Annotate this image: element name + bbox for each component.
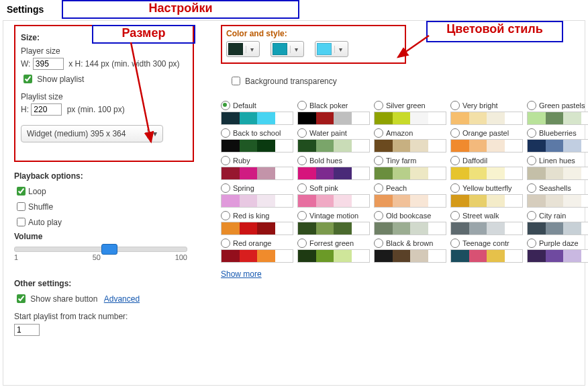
- palette-radio[interactable]: [527, 101, 536, 110]
- palette-item[interactable]: Soft pink: [297, 182, 370, 208]
- palette-radio[interactable]: [374, 211, 383, 220]
- palette-radio[interactable]: [450, 239, 460, 248]
- palette-radio[interactable]: [297, 239, 307, 248]
- color-style-heading: Color and style:: [226, 29, 401, 38]
- palette-item[interactable]: Amazon: [374, 127, 446, 153]
- shuffle-label: Shuffle: [28, 202, 53, 212]
- share-button-checkbox[interactable]: [17, 294, 26, 303]
- palette-radio[interactable]: [527, 128, 536, 138]
- palette-radio[interactable]: [374, 239, 383, 248]
- bg-transparency-checkbox[interactable]: [232, 77, 240, 85]
- palette-item[interactable]: Red is king: [221, 210, 293, 235]
- palette-item[interactable]: Yellow butterfly: [450, 182, 523, 208]
- palette-item[interactable]: Orange pastel: [450, 127, 523, 153]
- chevron-down-icon: ▾: [290, 46, 302, 53]
- palette-item[interactable]: Peach: [374, 182, 446, 208]
- palette-item[interactable]: Spring: [221, 182, 293, 208]
- palette-radio[interactable]: [297, 183, 307, 193]
- palette-item[interactable]: Tiny farm: [374, 155, 446, 180]
- size-preset-select[interactable]: Widget (medium) 395 x 364 ▾: [21, 125, 163, 142]
- color-swatch-1[interactable]: ▾: [271, 41, 304, 57]
- color-swatch-0[interactable]: ▾: [226, 41, 260, 57]
- palette-item[interactable]: Black & brown: [374, 237, 446, 263]
- palette-item[interactable]: Forrest green: [297, 237, 370, 263]
- size-section-box: Размер Size: Player size W: x H: 144 px …: [14, 25, 194, 162]
- palette-color-strip: [297, 139, 370, 153]
- palette-item[interactable]: Back to school: [221, 127, 293, 153]
- settings-tab[interactable]: Settings: [3, 3, 48, 16]
- palette-label: Very bright: [462, 101, 498, 110]
- palette-color-strip: [297, 112, 370, 125]
- palette-item[interactable]: Ruby: [221, 155, 293, 180]
- start-track-input[interactable]: [14, 324, 40, 336]
- palette-radio[interactable]: [297, 156, 307, 165]
- loop-checkbox[interactable]: [17, 187, 26, 196]
- palette-item[interactable]: Very bright: [450, 99, 523, 125]
- player-size-label: Player size: [21, 46, 187, 56]
- palette-radio[interactable]: [221, 156, 230, 165]
- palette-radio[interactable]: [450, 128, 460, 138]
- palette-color-strip: [221, 194, 293, 208]
- palette-radio[interactable]: [297, 211, 307, 220]
- advanced-link[interactable]: Advanced: [104, 294, 140, 304]
- palette-item[interactable]: Linen hues: [527, 155, 588, 180]
- palette-item[interactable]: Teenage contr: [450, 237, 523, 263]
- palette-radio[interactable]: [527, 211, 536, 220]
- size-preset-value: Widget (medium) 395 x 364: [21, 129, 147, 138]
- palette-item[interactable]: Old bookcase: [374, 210, 446, 235]
- palette-item[interactable]: Seashells: [527, 182, 588, 208]
- palette-item[interactable]: Silver green: [374, 99, 446, 125]
- palette-radio[interactable]: [527, 239, 536, 248]
- palette-color-strip: [527, 222, 588, 235]
- palette-radio[interactable]: [221, 183, 230, 193]
- playback-heading: Playback options:: [14, 171, 83, 181]
- palette-radio[interactable]: [527, 156, 536, 165]
- palette-item[interactable]: Water paint: [297, 127, 370, 153]
- palette-radio[interactable]: [221, 101, 230, 110]
- palette-item[interactable]: Red orange: [221, 237, 293, 263]
- autoplay-checkbox[interactable]: [17, 218, 26, 226]
- palette-item[interactable]: Bold hues: [297, 155, 370, 180]
- palette-item[interactable]: Vintage motion: [297, 210, 370, 235]
- palette-radio[interactable]: [221, 239, 230, 248]
- palette-color-strip: [374, 167, 446, 180]
- palette-label: Old bookcase: [386, 212, 431, 220]
- palette-item[interactable]: City rain: [527, 210, 588, 235]
- playlist-height-input[interactable]: [31, 103, 62, 116]
- show-playlist-checkbox[interactable]: [23, 75, 32, 83]
- palette-radio[interactable]: [221, 128, 230, 138]
- palette-item[interactable]: Street walk: [450, 210, 523, 235]
- palette-item[interactable]: Blueberries: [527, 127, 588, 153]
- palette-area: Background transparency DefaultBlack pok…: [221, 68, 578, 279]
- palette-item[interactable]: Green pastels: [527, 99, 588, 125]
- playlist-size-label: Playlist size: [21, 92, 187, 101]
- width-input[interactable]: [33, 58, 64, 70]
- palette-radio[interactable]: [297, 128, 307, 138]
- palette-radio[interactable]: [450, 101, 460, 110]
- palette-radio[interactable]: [374, 156, 383, 165]
- palette-item[interactable]: Default: [221, 99, 293, 125]
- palette-label: Red orange: [233, 239, 272, 247]
- bg-transparency-label: Background transparency: [245, 77, 337, 86]
- palette-item[interactable]: Daffodil: [450, 155, 523, 180]
- palette-radio[interactable]: [450, 156, 460, 165]
- palette-radio[interactable]: [527, 183, 536, 193]
- annotation-size-label: Размер: [122, 26, 166, 40]
- color-swatch-2[interactable]: ▾: [315, 41, 348, 57]
- palette-label: Green pastels: [539, 101, 585, 110]
- palette-radio[interactable]: [374, 183, 383, 193]
- palette-radio[interactable]: [450, 183, 460, 193]
- volume-slider[interactable]: [14, 247, 187, 252]
- volume-slider-thumb[interactable]: [101, 244, 117, 255]
- palette-label: Street walk: [462, 212, 499, 220]
- palette-radio[interactable]: [221, 211, 230, 220]
- palette-radio[interactable]: [374, 128, 383, 138]
- palette-radio[interactable]: [297, 101, 307, 110]
- palette-color-strip: [527, 112, 588, 125]
- palette-item[interactable]: Purple daze: [527, 237, 588, 263]
- palette-radio[interactable]: [450, 211, 460, 220]
- shuffle-checkbox[interactable]: [17, 202, 26, 211]
- palette-item[interactable]: Black poker: [297, 99, 370, 125]
- show-more-link[interactable]: Show more: [221, 269, 262, 279]
- palette-radio[interactable]: [374, 101, 383, 110]
